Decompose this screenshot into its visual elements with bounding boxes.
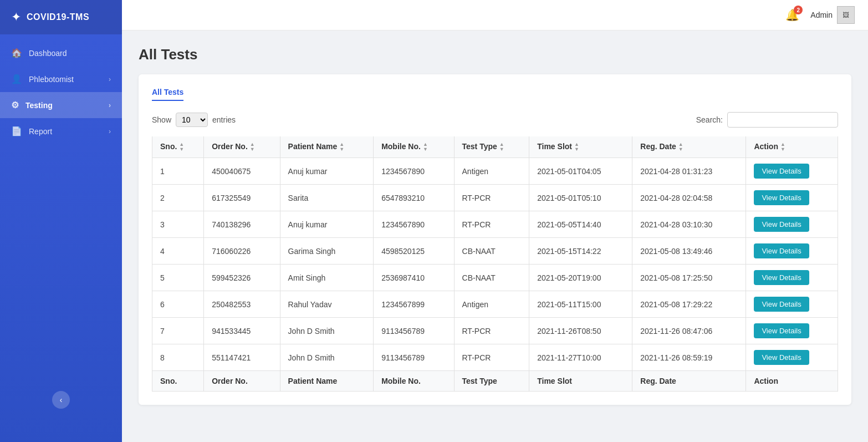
cell-test_type: Antigen [454,291,529,318]
sidebar: ✦ COVID19-TMS 🏠 Dashboard 👤 Phlebotomist… [0,0,122,442]
cell-sno: 4 [152,238,204,265]
col-footer-reg_date: Reg. Date [632,371,746,392]
sort-icon-action: ▲▼ [780,142,785,152]
table-row: 8551147421John D Smith9113456789RT-PCR20… [152,344,838,371]
cell-action: View Details [746,211,838,238]
cell-test_type: CB-NAAT [454,265,529,291]
cell-sno: 2 [152,185,204,211]
col-header-time_slot[interactable]: Time Slot▲▼ [529,136,632,158]
cell-test_type: RT-PCR [454,211,529,238]
view-details-button[interactable]: View Details [754,323,809,338]
table-header-row: Sno.▲▼Order No.▲▼Patient Name▲▼Mobile No… [152,136,838,158]
col-header-test_type[interactable]: Test Type▲▼ [454,136,529,158]
cell-sno: 1 [152,158,204,185]
sidebar-collapse-button[interactable]: ‹ [52,391,70,409]
cell-order_no: 450040675 [204,158,280,185]
sort-icon-patient_name: ▲▼ [339,142,344,152]
col-footer-patient_name: Patient Name [280,371,374,392]
sidebar-item-report[interactable]: 📄 Report › [0,118,122,144]
dashboard-icon: 🏠 [11,48,22,58]
cell-test_type: Antigen [454,158,529,185]
sort-icon-test_type: ▲▼ [499,142,504,152]
cell-patient_name: Rahul Yadav [280,291,374,318]
view-details-button[interactable]: View Details [754,243,809,258]
chevron-right-icon: › [109,75,111,83]
sort-icon-order_no: ▲▼ [250,142,255,152]
cell-sno: 5 [152,265,204,291]
cell-reg_date: 2021-05-08 13:49:46 [632,238,746,265]
table-row: 1450040675Anuj kumar1234567890Antigen202… [152,158,838,185]
sidebar-item-testing[interactable]: ⚙ Testing › [0,92,122,118]
cell-order_no: 617325549 [204,185,280,211]
search-input[interactable] [727,112,838,128]
table-head: Sno.▲▼Order No.▲▼Patient Name▲▼Mobile No… [152,136,838,158]
table-controls: Show 102550100 entries Search: [152,112,838,128]
cell-patient_name: John D Smith [280,344,374,371]
notification-badge: 2 [794,6,803,14]
view-details-button[interactable]: View Details [754,270,809,285]
cell-mobile_no: 1234567890 [374,211,454,238]
cell-patient_name: Garima Singh [280,238,374,265]
entries-label: entries [212,115,236,124]
cell-action: View Details [746,265,838,291]
col-header-order_no[interactable]: Order No.▲▼ [204,136,280,158]
table-row: 4716060226Garima Singh4598520125CB-NAAT2… [152,238,838,265]
cell-time_slot: 2021-05-11T15:00 [529,291,632,318]
search-area: Search: [696,112,838,128]
cell-reg_date: 2021-04-28 01:31:23 [632,158,746,185]
admin-avatar: 🖼 [837,6,855,24]
cell-action: View Details [746,238,838,265]
cell-time_slot: 2021-11-27T10:00 [529,344,632,371]
cell-reg_date: 2021-11-26 08:47:06 [632,318,746,344]
cell-sno: 7 [152,318,204,344]
col-footer-action: Action [746,371,838,392]
table-row: 3740138296Anuj kumar1234567890RT-PCR2021… [152,211,838,238]
col-header-sno[interactable]: Sno.▲▼ [152,136,204,158]
cell-mobile_no: 2536987410 [374,265,454,291]
main-content: All Tests All Tests Show 102550100 entri… [122,31,868,442]
cell-mobile_no: 9113456789 [374,318,454,344]
testing-icon: ⚙ [11,100,19,110]
col-header-action[interactable]: Action▲▼ [746,136,838,158]
view-details-button[interactable]: View Details [754,164,809,179]
cell-mobile_no: 4598520125 [374,238,454,265]
search-label: Search: [696,115,723,124]
view-details-button[interactable]: View Details [754,190,809,205]
table-body: 1450040675Anuj kumar1234567890Antigen202… [152,158,838,371]
col-header-patient_name[interactable]: Patient Name▲▼ [280,136,374,158]
notification-button[interactable]: 🔔 2 [785,8,799,22]
col-header-mobile_no[interactable]: Mobile No.▲▼ [374,136,454,158]
cell-patient_name: John D Smith [280,318,374,344]
sort-icon-sno: ▲▼ [179,142,184,152]
view-details-button[interactable]: View Details [754,350,809,365]
entries-select[interactable]: 102550100 [176,113,208,127]
col-header-reg_date[interactable]: Reg. Date▲▼ [632,136,746,158]
table-row: 6250482553Rahul Yadav1234567899Antigen20… [152,291,838,318]
cell-reg_date: 2021-11-26 08:59:19 [632,344,746,371]
cell-reg_date: 2021-05-08 17:29:22 [632,291,746,318]
cell-patient_name: Anuj kumar [280,211,374,238]
table-footer-row: Sno.Order No.Patient NameMobile No.Test … [152,371,838,392]
card-tab[interactable]: All Tests [152,88,183,101]
view-details-button[interactable]: View Details [754,297,809,312]
admin-label: Admin [810,11,833,19]
view-details-button[interactable]: View Details [754,217,809,232]
cell-reg_date: 2021-04-28 03:10:30 [632,211,746,238]
cell-order_no: 716060226 [204,238,280,265]
cell-patient_name: Anuj kumar [280,158,374,185]
sidebar-item-phlebotomist[interactable]: 👤 Phlebotomist › [0,66,122,92]
show-label: Show [152,115,171,124]
sort-icon-reg_date: ▲▼ [678,142,683,152]
report-icon: 📄 [11,126,22,136]
cell-action: View Details [746,344,838,371]
col-footer-test_type: Test Type [454,371,529,392]
cell-order_no: 250482553 [204,291,280,318]
admin-menu[interactable]: Admin 🖼 [810,6,855,24]
sidebar-item-dashboard[interactable]: 🏠 Dashboard [0,40,122,66]
cell-order_no: 551147421 [204,344,280,371]
cell-order_no: 941533445 [204,318,280,344]
cell-test_type: RT-PCR [454,185,529,211]
cell-time_slot: 2021-11-26T08:50 [529,318,632,344]
cell-patient_name: Sarita [280,185,374,211]
cell-reg_date: 2021-04-28 02:04:58 [632,185,746,211]
